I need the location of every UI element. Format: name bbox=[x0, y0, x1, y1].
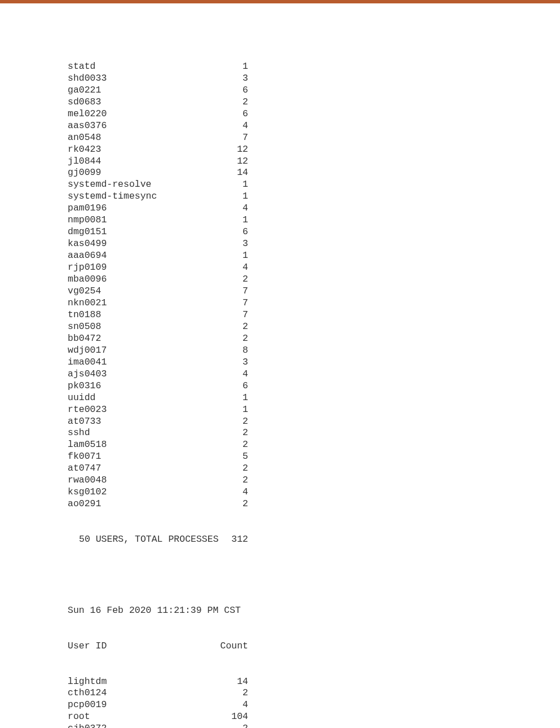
timestamp: Sun 16 Feb 2020 11:21:39 PM CST bbox=[68, 605, 560, 617]
table-row: nkn00217 bbox=[68, 297, 560, 309]
user-id-cell: vg0254 bbox=[68, 286, 209, 297]
table-row: dmg01516 bbox=[68, 226, 560, 238]
table-row: nmp00811 bbox=[68, 214, 560, 226]
table-row: uuidd1 bbox=[68, 392, 560, 404]
table-row: fk00715 bbox=[68, 451, 560, 463]
table-row: mba00962 bbox=[68, 274, 560, 286]
count-cell: 7 bbox=[209, 286, 248, 297]
count-cell: 12 bbox=[209, 156, 248, 168]
user-id-cell: tn0188 bbox=[68, 309, 209, 321]
table-row: pk03166 bbox=[68, 380, 560, 392]
table-row: systemd-timesync1 bbox=[68, 191, 560, 203]
count-cell: 12 bbox=[209, 144, 248, 156]
count-cell: 2 bbox=[209, 333, 248, 345]
terminal-output: statd1shd00333ga02216sd06832mel02206aas0… bbox=[68, 37, 560, 728]
count-cell: 4 bbox=[209, 369, 248, 380]
table-row: cth01242 bbox=[68, 687, 560, 699]
table-row: vg02547 bbox=[68, 286, 560, 297]
user-id-cell: aaa0694 bbox=[68, 250, 209, 262]
count-cell: 6 bbox=[209, 85, 248, 97]
header-count: Count bbox=[209, 641, 248, 652]
summary-row: 50 USERS, TOTAL PROCESSES312 bbox=[68, 534, 560, 546]
user-id-cell: pcp0019 bbox=[68, 699, 209, 711]
table-row: ksg01024 bbox=[68, 486, 560, 498]
count-cell: 7 bbox=[209, 309, 248, 321]
summary-label: 50 USERS, TOTAL PROCESSES bbox=[68, 534, 226, 546]
user-id-cell: uuidd bbox=[68, 392, 209, 404]
user-id-cell: nkn0021 bbox=[68, 297, 209, 309]
count-cell: 3 bbox=[209, 238, 248, 250]
user-id-cell: lam0518 bbox=[68, 439, 209, 451]
table-row: at07332 bbox=[68, 416, 560, 428]
table-row: rjp01094 bbox=[68, 262, 560, 274]
table-row: systemd-resolve1 bbox=[68, 179, 560, 191]
table-row: aaa06941 bbox=[68, 250, 560, 262]
table-row: sshd2 bbox=[68, 427, 560, 439]
user-id-cell: at0733 bbox=[68, 416, 209, 428]
table-row: lam05182 bbox=[68, 439, 560, 451]
user-id-cell: gj0099 bbox=[68, 167, 209, 179]
header-user-id: User ID bbox=[68, 641, 209, 652]
user-id-cell: pam0196 bbox=[68, 203, 209, 214]
user-id-cell: ao0291 bbox=[68, 498, 209, 510]
table-row: ga02216 bbox=[68, 85, 560, 97]
table-row: ima00413 bbox=[68, 357, 560, 369]
count-cell: 2 bbox=[209, 274, 248, 286]
user-id-cell: rwa0048 bbox=[68, 475, 209, 486]
count-cell: 2 bbox=[209, 463, 248, 475]
user-id-cell: kas0499 bbox=[68, 238, 209, 250]
table-row: pcp00194 bbox=[68, 699, 560, 711]
count-cell: 2 bbox=[209, 723, 248, 728]
count-cell: 2 bbox=[209, 498, 248, 510]
user-id-cell: ga0221 bbox=[68, 85, 209, 97]
count-cell: 2 bbox=[209, 475, 248, 486]
table-row: bb04722 bbox=[68, 333, 560, 345]
table-row: wdj00178 bbox=[68, 345, 560, 357]
user-id-cell: mba0096 bbox=[68, 274, 209, 286]
table-row: ajs04034 bbox=[68, 369, 560, 380]
user-id-cell: cth0124 bbox=[68, 687, 209, 699]
table-row: gj009914 bbox=[68, 167, 560, 179]
user-id-cell: rjp0109 bbox=[68, 262, 209, 274]
user-id-cell: pk0316 bbox=[68, 380, 209, 392]
user-id-cell: mel0220 bbox=[68, 108, 209, 120]
user-id-cell: bb0472 bbox=[68, 333, 209, 345]
count-cell: 4 bbox=[209, 203, 248, 214]
user-id-cell: sn0508 bbox=[68, 321, 209, 333]
user-id-cell: ima0041 bbox=[68, 357, 209, 369]
user-id-cell: dmg0151 bbox=[68, 226, 209, 238]
count-cell: 1 bbox=[209, 392, 248, 404]
table-row: cjh03722 bbox=[68, 723, 560, 728]
table-row: tn01887 bbox=[68, 309, 560, 321]
user-id-cell: aas0376 bbox=[68, 120, 209, 132]
table-row: mel02206 bbox=[68, 108, 560, 120]
count-cell: 1 bbox=[209, 250, 248, 262]
table-row: at07472 bbox=[68, 463, 560, 475]
user-id-cell: rk0423 bbox=[68, 144, 209, 156]
count-cell: 2 bbox=[209, 427, 248, 439]
count-cell: 2 bbox=[209, 321, 248, 333]
table-row: rwa00482 bbox=[68, 475, 560, 486]
user-id-cell: an0548 bbox=[68, 132, 209, 144]
table-row: kas04993 bbox=[68, 238, 560, 250]
user-id-cell: shd0033 bbox=[68, 73, 209, 85]
count-cell: 2 bbox=[209, 439, 248, 451]
count-cell: 1 bbox=[209, 404, 248, 416]
count-cell: 3 bbox=[209, 357, 248, 369]
count-cell: 4 bbox=[209, 486, 248, 498]
count-cell: 6 bbox=[209, 108, 248, 120]
table-row: aas03764 bbox=[68, 120, 560, 132]
blank-line bbox=[68, 569, 560, 581]
count-cell: 1 bbox=[209, 179, 248, 191]
user-id-cell: nmp0081 bbox=[68, 214, 209, 226]
user-id-cell: cjh0372 bbox=[68, 723, 209, 728]
table-row: sn05082 bbox=[68, 321, 560, 333]
count-cell: 14 bbox=[209, 676, 248, 688]
user-id-cell: wdj0017 bbox=[68, 345, 209, 357]
count-cell: 5 bbox=[209, 451, 248, 463]
user-id-cell: sshd bbox=[68, 427, 209, 439]
user-id-cell: jl0844 bbox=[68, 156, 209, 168]
table-header: User IDCount bbox=[68, 641, 560, 652]
table-row: ao02912 bbox=[68, 498, 560, 510]
table-row: jl084412 bbox=[68, 156, 560, 168]
